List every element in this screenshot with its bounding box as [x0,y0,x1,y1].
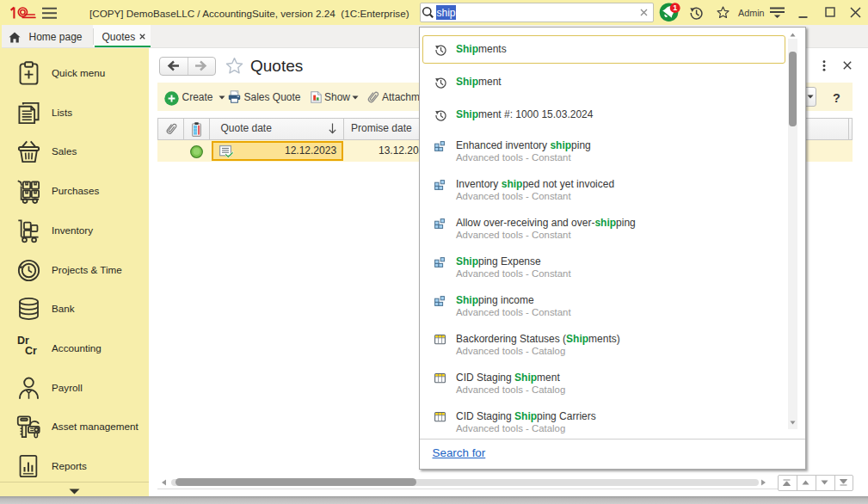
svg-text:1: 1 [673,3,677,12]
